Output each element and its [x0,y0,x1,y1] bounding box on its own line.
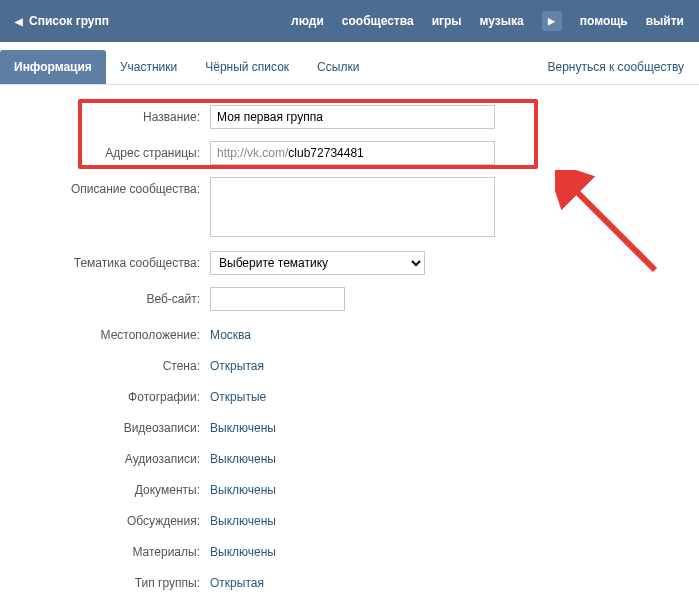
materials-value[interactable]: Выключены [210,540,276,559]
website-label: Веб-сайт: [15,287,210,306]
play-icon[interactable]: ▶ [542,11,562,31]
nav-music[interactable]: музыка [480,14,524,28]
name-input[interactable] [210,105,495,129]
photos-value[interactable]: Открытые [210,385,266,404]
tab-members[interactable]: Участники [106,50,191,84]
nav-people[interactable]: люди [291,14,324,28]
url-prefix: http://vk.com/ [211,146,288,160]
desc-input[interactable] [210,177,495,237]
videos-label: Видеозаписи: [15,416,210,435]
audio-label: Аудиозаписи: [15,447,210,466]
back-label: Список групп [29,14,109,28]
back-to-community[interactable]: Вернуться к сообществу [547,60,684,74]
topic-label: Тематика сообщества: [15,251,210,270]
nav-games[interactable]: игры [432,14,462,28]
back-arrow-icon: ◀ [15,16,23,27]
photos-label: Фотографии: [15,385,210,404]
location-value[interactable]: Москва [210,323,251,342]
grouptype-label: Тип группы: [15,571,210,590]
website-input[interactable] [210,287,345,311]
name-label: Название: [15,105,210,124]
url-input[interactable]: http://vk.com/club72734481 [210,141,495,165]
back-to-groups[interactable]: ◀ Список групп [15,14,109,28]
wall-value[interactable]: Открытая [210,354,264,373]
settings-form: Название: Адрес страницы: http://vk.com/… [0,85,699,598]
discussions-label: Обсуждения: [15,509,210,528]
nav-logout[interactable]: выйти [646,14,684,28]
topic-select[interactable]: Выберите тематику [210,251,425,275]
url-value: club72734481 [288,146,363,160]
nav-communities[interactable]: сообщества [342,14,414,28]
discussions-value[interactable]: Выключены [210,509,276,528]
tab-blacklist[interactable]: Чёрный список [191,50,303,84]
top-nav: ◀ Список групп люди сообщества игры музы… [0,0,699,42]
tab-bar: Информация Участники Чёрный список Ссылк… [0,50,699,85]
wall-label: Стена: [15,354,210,373]
tab-info[interactable]: Информация [0,50,106,84]
audio-value[interactable]: Выключены [210,447,276,466]
url-label: Адрес страницы: [15,141,210,160]
tab-links[interactable]: Ссылки [303,50,373,84]
desc-label: Описание сообщества: [15,177,210,196]
docs-label: Документы: [15,478,210,497]
materials-label: Материалы: [15,540,210,559]
grouptype-value[interactable]: Открытая [210,571,264,590]
docs-value[interactable]: Выключены [210,478,276,497]
location-label: Местоположение: [15,323,210,342]
videos-value[interactable]: Выключены [210,416,276,435]
nav-help[interactable]: помощь [580,14,628,28]
